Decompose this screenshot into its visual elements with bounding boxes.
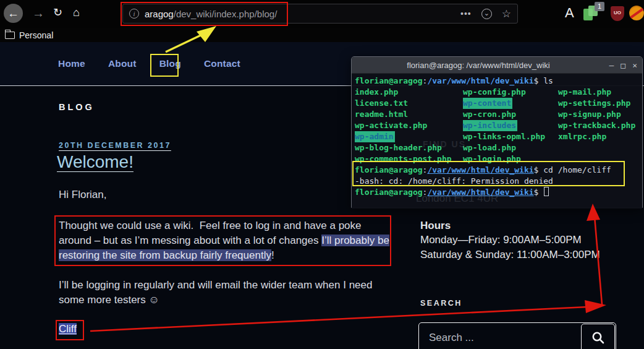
reload-button[interactable]: ↻: [53, 6, 62, 19]
cliff-link[interactable]: Cliff: [59, 323, 77, 335]
directory-entry: wp-content: [463, 98, 512, 109]
terminal-cursor: [544, 187, 549, 196]
nav-item-contact: Contact: [204, 58, 240, 69]
nav-item-home: Home: [58, 58, 85, 69]
post-greeting: Hi Florian,: [59, 189, 106, 201]
file-entry: wp-links-opml.php: [463, 131, 558, 142]
terminal-prompt-line: florian@aragog:/var/www/html/dev_wiki$ l…: [355, 75, 642, 87]
nav-item-about: About: [108, 58, 137, 69]
maximize-icon[interactable]: □: [621, 61, 625, 70]
extension-badge: 1: [595, 2, 604, 11]
hours-weekend: Saturday & Sunday: 11:00AM–3:00PM: [420, 249, 600, 261]
page-bleedthrough-address: London EC1 4UR: [416, 192, 498, 205]
post-date-link[interactable]: 20TH DECEMBER 2017: [59, 141, 171, 150]
terminal-window[interactable]: florian@aragog: /var/www/html/dev_wiki –…: [351, 56, 643, 208]
terminal-ls-row: wp-blog-header.phpwp-load.php: [355, 142, 642, 153]
terminal-prompt-line: florian@aragog:/var/www/html/dev_wiki$: [355, 187, 642, 198]
file-entry: wp-activate.php: [355, 120, 463, 131]
file-entry: xmlrpc.php: [558, 131, 606, 142]
file-entry: wp-load.php: [463, 142, 558, 153]
file-entry: index.php: [355, 87, 463, 98]
terminal-titlebar[interactable]: florian@aragog: /var/www/html/dev_wiki –…: [352, 57, 642, 74]
terminal-ls-row: wp-adminwp-links-opml.phpxmlrpc.php: [355, 131, 642, 142]
extension-a-icon[interactable]: A: [565, 5, 574, 21]
url-bar[interactable]: i aragog/dev_wiki/index.php/blog/ ••• ⌄ …: [122, 4, 518, 24]
post-title-link[interactable]: Welcome!: [57, 152, 133, 172]
terminal-ls-row: wp-activate.phpwp-includeswp-trackback.p…: [355, 120, 642, 131]
foxyproxy-icon[interactable]: [629, 6, 644, 20]
url-host: aragog: [145, 9, 174, 19]
folder-icon: [5, 32, 15, 39]
terminal-error-line: -bash: cd: /home/cliff: Permission denie…: [355, 176, 642, 187]
post-paragraph-2: I’ll be logging in regularly and will em…: [59, 278, 391, 308]
post-signature: Cliff: [59, 323, 77, 335]
nav-link-blog[interactable]: Blog: [159, 58, 181, 69]
site-nav: HomeAboutBlogContact: [58, 58, 240, 69]
file-entry: wp-config.php: [463, 87, 558, 98]
page-info-icon[interactable]: i: [129, 9, 139, 19]
nav-item-blog: Blog: [159, 58, 181, 69]
home-button[interactable]: ⌂: [73, 6, 80, 19]
post-paragraph-1: Thought we could use a wiki. Feel free t…: [59, 218, 391, 263]
file-entry: wp-cron.php: [463, 109, 558, 120]
file-entry: readme.html: [355, 109, 463, 120]
window-controls: –□×: [609, 57, 637, 74]
terminal-ls-row: wp-comments-post.phpwp-login.php: [355, 153, 642, 165]
file-entry: license.txt: [355, 98, 463, 109]
close-icon[interactable]: ×: [632, 61, 637, 70]
terminal-prompt-line: florian@aragog:/var/www/html/dev_wiki$ c…: [355, 165, 642, 176]
paragraph-text: Thought we could use a wiki. Feel free t…: [59, 220, 362, 246]
terminal-ls-row: index.phpwp-config.phpwp-mail.php: [355, 87, 642, 98]
page-actions-icon[interactable]: •••: [460, 9, 472, 19]
terminal-ls-row: license.txtwp-contentwp-settings.php: [355, 98, 642, 109]
bookmarks-bar: Personal: [0, 28, 644, 42]
pocket-icon[interactable]: ⌄: [481, 9, 492, 19]
terminal-ls-row: readme.htmlwp-cron.phpwp-signup.php: [355, 109, 642, 120]
file-entry: wp-signup.php: [558, 109, 621, 120]
bookmark-folder[interactable]: Personal: [19, 30, 53, 40]
file-entry: wp-login.php: [463, 153, 558, 165]
ublock-shield-icon[interactable]: UO: [611, 6, 624, 21]
bookmark-star-icon[interactable]: ☆: [502, 7, 511, 20]
terminal-body[interactable]: florian@aragog:/var/www/html/dev_wiki$ l…: [352, 74, 642, 209]
hours-title: Hours: [420, 220, 451, 232]
minimize-icon[interactable]: –: [609, 61, 614, 70]
search-form: [418, 322, 616, 349]
directory-entry: wp-admin: [355, 131, 395, 142]
search-button[interactable]: [581, 324, 615, 349]
paragraph-text: !: [271, 249, 274, 261]
url-path: /dev_wiki/index.php/blog/: [174, 9, 278, 19]
search-section-title: SEARCH: [420, 299, 462, 308]
file-entry: wp-mail.php: [558, 87, 611, 98]
page-title: BLOG: [59, 102, 95, 112]
terminal-title: florian@aragog: /var/www/html/dev_wiki: [352, 57, 605, 74]
nav-link-contact[interactable]: Contact: [204, 58, 240, 69]
browser-toolbar: ← → ↻ ⌂ i aragog/dev_wiki/index.php/blog…: [0, 0, 644, 28]
hours-weekday: Monday—Friday: 9:00AM–5:00PM: [420, 234, 582, 246]
file-entry: wp-settings.php: [558, 98, 630, 109]
file-entry: wp-trackback.php: [558, 120, 635, 131]
url-text[interactable]: aragog/dev_wiki/index.php/blog/: [145, 9, 277, 19]
page-bleedthrough-findus: FIND US: [423, 139, 466, 149]
forward-button[interactable]: →: [32, 7, 44, 19]
directory-entry: wp-includes: [463, 120, 517, 131]
search-icon: [591, 330, 606, 345]
nav-link-home[interactable]: Home: [58, 58, 85, 69]
nav-link-about[interactable]: About: [108, 58, 137, 69]
back-button[interactable]: ←: [4, 4, 23, 23]
file-entry: wp-comments-post.php: [355, 153, 463, 165]
